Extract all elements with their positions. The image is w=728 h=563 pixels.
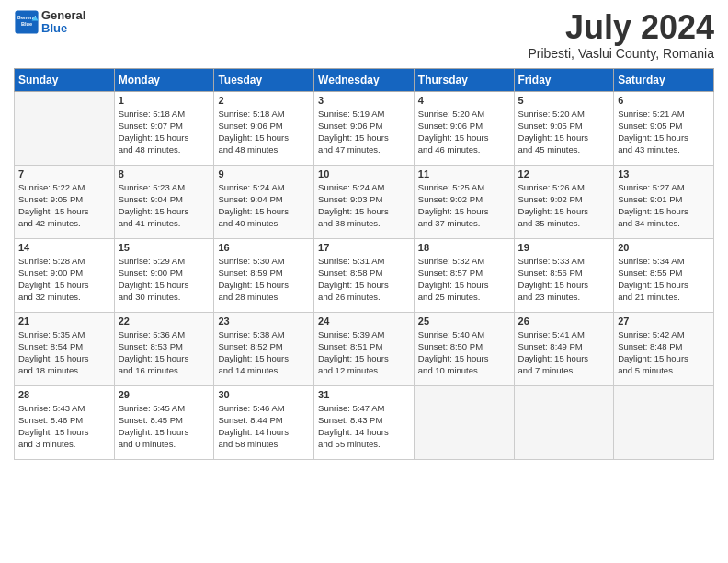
calendar-week-1: 1Sunrise: 5:18 AMSunset: 9:07 PMDaylight… — [15, 91, 714, 165]
calendar-cell: 5Sunrise: 5:20 AMSunset: 9:05 PMDaylight… — [514, 91, 614, 165]
day-info: Sunrise: 5:30 AMSunset: 8:59 PMDaylight:… — [218, 255, 310, 304]
calendar-cell: 29Sunrise: 5:45 AMSunset: 8:45 PMDayligh… — [114, 385, 214, 459]
day-number: 31 — [318, 389, 410, 400]
day-info: Sunrise: 5:22 AMSunset: 9:05 PMDaylight:… — [18, 181, 110, 230]
col-sunday: Sunday — [15, 68, 115, 91]
col-thursday: Thursday — [414, 68, 514, 91]
day-number: 23 — [218, 316, 310, 327]
calendar-cell — [414, 385, 514, 459]
day-info: Sunrise: 5:29 AMSunset: 9:00 PMDaylight:… — [119, 255, 210, 304]
calendar-cell: 21Sunrise: 5:35 AMSunset: 8:54 PMDayligh… — [15, 312, 115, 385]
day-number: 2 — [218, 95, 310, 106]
calendar-cell: 31Sunrise: 5:47 AMSunset: 8:43 PMDayligh… — [314, 385, 415, 459]
day-info: Sunrise: 5:24 AMSunset: 9:03 PMDaylight:… — [318, 181, 410, 230]
day-info: Sunrise: 5:36 AMSunset: 8:53 PMDaylight:… — [119, 328, 210, 377]
weekday-row: Sunday Monday Tuesday Wednesday Thursday… — [15, 68, 714, 91]
logo-general: General — [41, 9, 85, 22]
day-info: Sunrise: 5:32 AMSunset: 8:57 PMDaylight:… — [418, 255, 510, 304]
calendar-cell: 1Sunrise: 5:18 AMSunset: 9:07 PMDaylight… — [114, 91, 214, 165]
day-info: Sunrise: 5:33 AMSunset: 8:56 PMDaylight:… — [518, 255, 610, 304]
calendar-cell — [514, 385, 614, 459]
day-number: 1 — [119, 95, 210, 106]
day-number: 16 — [218, 242, 310, 253]
day-info: Sunrise: 5:34 AMSunset: 8:55 PMDaylight:… — [618, 255, 710, 304]
day-info: Sunrise: 5:18 AMSunset: 9:07 PMDaylight:… — [119, 108, 210, 156]
day-info: Sunrise: 5:26 AMSunset: 9:02 PMDaylight:… — [518, 181, 610, 230]
calendar-cell: 8Sunrise: 5:23 AMSunset: 9:04 PMDaylight… — [114, 165, 214, 238]
day-info: Sunrise: 5:46 AMSunset: 8:44 PMDaylight:… — [218, 402, 310, 451]
day-number: 13 — [618, 168, 710, 179]
day-info: Sunrise: 5:42 AMSunset: 8:48 PMDaylight:… — [618, 328, 710, 377]
calendar-cell: 9Sunrise: 5:24 AMSunset: 9:04 PMDaylight… — [214, 165, 314, 238]
day-info: Sunrise: 5:27 AMSunset: 9:01 PMDaylight:… — [618, 181, 710, 230]
calendar-cell: 11Sunrise: 5:25 AMSunset: 9:02 PMDayligh… — [414, 165, 514, 238]
day-info: Sunrise: 5:45 AMSunset: 8:45 PMDaylight:… — [119, 402, 210, 451]
calendar-cell: 6Sunrise: 5:21 AMSunset: 9:05 PMDaylight… — [614, 91, 714, 165]
day-info: Sunrise: 5:31 AMSunset: 8:58 PMDaylight:… — [318, 255, 410, 304]
day-info: Sunrise: 5:20 AMSunset: 9:06 PMDaylight:… — [418, 108, 510, 156]
calendar-table: Sunday Monday Tuesday Wednesday Thursday… — [14, 68, 714, 460]
svg-text:Blue: Blue — [21, 21, 32, 27]
calendar-cell: 26Sunrise: 5:41 AMSunset: 8:49 PMDayligh… — [514, 312, 614, 385]
day-number: 5 — [518, 95, 610, 106]
day-number: 7 — [18, 168, 110, 179]
day-number: 6 — [618, 95, 710, 106]
logo-icon: General Blue — [14, 9, 40, 35]
calendar-cell: 17Sunrise: 5:31 AMSunset: 8:58 PMDayligh… — [314, 238, 415, 312]
day-info: Sunrise: 5:21 AMSunset: 9:05 PMDaylight:… — [618, 108, 710, 156]
day-number: 17 — [318, 242, 410, 253]
day-info: Sunrise: 5:28 AMSunset: 9:00 PMDaylight:… — [18, 255, 110, 304]
calendar-cell: 19Sunrise: 5:33 AMSunset: 8:56 PMDayligh… — [514, 238, 614, 312]
calendar-cell: 20Sunrise: 5:34 AMSunset: 8:55 PMDayligh… — [614, 238, 714, 312]
calendar-cell: 4Sunrise: 5:20 AMSunset: 9:06 PMDaylight… — [414, 91, 514, 165]
calendar-week-5: 28Sunrise: 5:43 AMSunset: 8:46 PMDayligh… — [15, 385, 714, 459]
header: General Blue General Blue July 2024 Prib… — [14, 9, 714, 61]
day-number: 22 — [119, 316, 210, 327]
calendar-header: Sunday Monday Tuesday Wednesday Thursday… — [15, 68, 714, 91]
day-number: 19 — [518, 242, 610, 253]
day-number: 10 — [318, 168, 410, 179]
day-info: Sunrise: 5:47 AMSunset: 8:43 PMDaylight:… — [318, 402, 410, 451]
day-number: 18 — [418, 242, 510, 253]
day-info: Sunrise: 5:40 AMSunset: 8:50 PMDaylight:… — [418, 328, 510, 377]
main-container: General Blue General Blue July 2024 Prib… — [0, 0, 728, 563]
col-tuesday: Tuesday — [214, 68, 314, 91]
day-info: Sunrise: 5:41 AMSunset: 8:49 PMDaylight:… — [518, 328, 610, 377]
calendar-cell: 28Sunrise: 5:43 AMSunset: 8:46 PMDayligh… — [15, 385, 115, 459]
calendar-cell: 27Sunrise: 5:42 AMSunset: 8:48 PMDayligh… — [614, 312, 714, 385]
calendar-cell: 14Sunrise: 5:28 AMSunset: 9:00 PMDayligh… — [15, 238, 115, 312]
col-wednesday: Wednesday — [314, 68, 415, 91]
day-info: Sunrise: 5:20 AMSunset: 9:05 PMDaylight:… — [518, 108, 610, 156]
calendar-cell: 12Sunrise: 5:26 AMSunset: 9:02 PMDayligh… — [514, 165, 614, 238]
calendar-cell: 23Sunrise: 5:38 AMSunset: 8:52 PMDayligh… — [214, 312, 314, 385]
calendar-cell: 15Sunrise: 5:29 AMSunset: 9:00 PMDayligh… — [114, 238, 214, 312]
logo-blue: Blue — [41, 22, 85, 35]
day-info: Sunrise: 5:38 AMSunset: 8:52 PMDaylight:… — [218, 328, 310, 377]
logo-text: General Blue — [41, 9, 85, 36]
day-number: 20 — [618, 242, 710, 253]
day-number: 24 — [318, 316, 410, 327]
day-number: 26 — [518, 316, 610, 327]
calendar-cell: 10Sunrise: 5:24 AMSunset: 9:03 PMDayligh… — [314, 165, 415, 238]
day-info: Sunrise: 5:24 AMSunset: 9:04 PMDaylight:… — [218, 181, 310, 230]
day-info: Sunrise: 5:43 AMSunset: 8:46 PMDaylight:… — [18, 402, 110, 451]
day-number: 30 — [218, 389, 310, 400]
calendar-cell: 18Sunrise: 5:32 AMSunset: 8:57 PMDayligh… — [414, 238, 514, 312]
day-number: 8 — [119, 168, 210, 179]
day-info: Sunrise: 5:19 AMSunset: 9:06 PMDaylight:… — [318, 108, 410, 156]
day-number: 9 — [218, 168, 310, 179]
day-number: 11 — [418, 168, 510, 179]
title-area: July 2024 Pribesti, Vaslui County, Roman… — [528, 9, 714, 61]
calendar-cell: 16Sunrise: 5:30 AMSunset: 8:59 PMDayligh… — [214, 238, 314, 312]
col-monday: Monday — [114, 68, 214, 91]
day-number: 28 — [18, 389, 110, 400]
calendar-cell: 30Sunrise: 5:46 AMSunset: 8:44 PMDayligh… — [214, 385, 314, 459]
calendar-cell — [614, 385, 714, 459]
day-number: 15 — [119, 242, 210, 253]
logo: General Blue General Blue — [14, 9, 85, 36]
day-number: 29 — [119, 389, 210, 400]
calendar-cell — [15, 91, 115, 165]
col-friday: Friday — [514, 68, 614, 91]
day-number: 25 — [418, 316, 510, 327]
day-info: Sunrise: 5:39 AMSunset: 8:51 PMDaylight:… — [318, 328, 410, 377]
